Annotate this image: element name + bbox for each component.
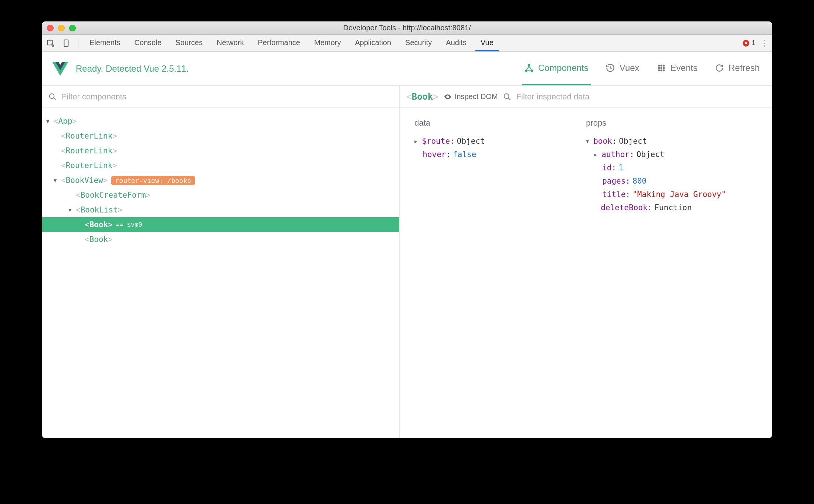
filter-inspected-input[interactable] <box>516 92 766 102</box>
inspector-props-section: props ▼ book: Object ▶ author: Object id… <box>586 118 757 428</box>
svg-point-2 <box>528 64 530 67</box>
vue-logo-icon <box>52 61 68 77</box>
vue-tab-label: Refresh <box>729 63 760 73</box>
router-view-badge: router-view: /books <box>111 176 195 185</box>
tree-node-book-selected[interactable]: <Book> == $vm0 <box>42 217 399 232</box>
props-section-title: props <box>586 118 757 128</box>
tab-application[interactable]: Application <box>350 35 396 51</box>
data-section-title: data <box>414 118 586 128</box>
device-toolbar-icon[interactable] <box>60 37 72 49</box>
history-icon <box>606 63 615 73</box>
svg-point-11 <box>658 69 659 71</box>
error-indicator[interactable]: ✕ 1 <box>743 39 755 47</box>
search-icon <box>48 93 57 101</box>
eye-icon <box>444 93 452 101</box>
inspector-pane: data ▶ $route: Object hover: false props… <box>400 108 772 438</box>
tab-security[interactable]: Security <box>400 35 437 51</box>
vm-reference-label: == $vm0 <box>116 221 142 228</box>
inspector-data-section: data ▶ $route: Object hover: false <box>414 118 586 428</box>
tree-node-booklist[interactable]: ▼ <BookList> <box>42 202 399 217</box>
error-badge-icon: ✕ <box>743 40 749 47</box>
tree-node-book[interactable]: <Book> <box>42 232 399 247</box>
tab-network[interactable]: Network <box>211 35 249 51</box>
tab-console[interactable]: Console <box>129 35 166 51</box>
prop-row[interactable]: title: "Making Java Groovy" <box>586 188 757 201</box>
vue-tab-components[interactable]: Components <box>522 52 591 85</box>
svg-point-9 <box>660 67 662 69</box>
tab-vue[interactable]: Vue <box>475 35 499 51</box>
prop-row[interactable]: ▼ book: Object <box>586 134 757 148</box>
vue-status-text: Ready. Detected Vue 2.5.11. <box>76 64 189 74</box>
titlebar: Developer Tools - http://localhost:8081/ <box>42 21 772 35</box>
prop-row[interactable]: ▶ author: Object <box>586 148 757 161</box>
svg-line-17 <box>508 98 510 100</box>
svg-point-10 <box>662 67 664 69</box>
caret-down-icon: ▼ <box>54 177 60 183</box>
tree-node-bookview[interactable]: ▼ <BookView> router-view: /books <box>42 173 399 188</box>
svg-point-16 <box>504 93 509 98</box>
prop-row[interactable]: deleteBook: Function <box>586 201 757 214</box>
vue-toolbar: Ready. Detected Vue 2.5.11. Components V… <box>42 52 772 86</box>
inspect-element-icon[interactable] <box>45 37 57 49</box>
svg-point-14 <box>50 93 54 98</box>
vue-tab-label: Vuex <box>620 63 640 73</box>
prop-row[interactable]: ▶ $route: Object <box>414 134 586 148</box>
tree-node-routerlink[interactable]: <RouterLink> <box>42 129 399 143</box>
svg-point-5 <box>658 64 659 66</box>
tree-node-bookcreateform[interactable]: <BookCreateForm> <box>42 188 399 202</box>
refresh-icon <box>715 63 724 73</box>
svg-point-3 <box>525 69 528 72</box>
svg-point-13 <box>662 69 664 71</box>
devtools-window: Developer Tools - http://localhost:8081/… <box>42 21 772 438</box>
svg-line-15 <box>54 98 56 100</box>
filter-components-input[interactable] <box>62 92 393 102</box>
svg-point-4 <box>530 69 533 72</box>
zoom-window-button[interactable] <box>69 25 76 31</box>
error-count: 1 <box>752 39 755 47</box>
tab-performance[interactable]: Performance <box>253 35 306 51</box>
components-icon <box>524 63 534 73</box>
filter-row: <Book> Inspect DOM <box>42 86 772 108</box>
prop-row[interactable]: pages: 800 <box>586 174 757 188</box>
inspect-dom-label: Inspect DOM <box>455 92 498 101</box>
caret-down-icon: ▼ <box>68 207 74 213</box>
tab-memory[interactable]: Memory <box>309 35 346 51</box>
caret-down-icon: ▼ <box>586 139 593 144</box>
tab-audits[interactable]: Audits <box>441 35 472 51</box>
tree-node-app[interactable]: ▼ <App> <box>42 114 399 129</box>
tree-node-routerlink[interactable]: <RouterLink> <box>42 158 399 173</box>
divider <box>78 38 78 48</box>
selected-component-label: <Book> <box>406 92 438 102</box>
minimize-window-button[interactable] <box>58 25 65 31</box>
svg-point-12 <box>660 69 662 71</box>
grid-icon <box>657 63 666 73</box>
window-title: Developer Tools - http://localhost:8081/ <box>42 24 772 32</box>
svg-point-6 <box>660 64 662 66</box>
tab-elements[interactable]: Elements <box>84 35 125 51</box>
tab-sources[interactable]: Sources <box>170 35 208 51</box>
vue-tab-label: Components <box>538 63 589 73</box>
vue-tab-refresh[interactable]: Refresh <box>712 52 762 85</box>
vue-tab-vuex[interactable]: Vuex <box>603 52 642 85</box>
tree-node-routerlink[interactable]: <RouterLink> <box>42 143 399 158</box>
caret-right-icon: ▶ <box>594 152 601 157</box>
svg-point-8 <box>658 67 659 69</box>
more-menu-icon[interactable]: ⋮ <box>759 38 769 48</box>
svg-point-7 <box>662 64 664 66</box>
close-window-button[interactable] <box>47 25 54 31</box>
caret-right-icon: ▶ <box>414 139 421 144</box>
vue-tab-label: Events <box>671 63 698 73</box>
inspect-dom-button[interactable]: Inspect DOM <box>444 92 498 101</box>
traffic-lights <box>47 25 76 31</box>
search-icon <box>503 93 511 101</box>
vue-tab-events[interactable]: Events <box>654 52 700 85</box>
caret-down-icon: ▼ <box>46 118 52 124</box>
devtools-tabstrip: Elements Console Sources Network Perform… <box>42 35 772 52</box>
prop-row[interactable]: id: 1 <box>586 161 757 174</box>
svg-rect-1 <box>64 40 68 46</box>
component-tree: ▼ <App> <RouterLink> <RouterLink> <Route… <box>42 108 400 438</box>
prop-row[interactable]: hover: false <box>414 148 586 161</box>
